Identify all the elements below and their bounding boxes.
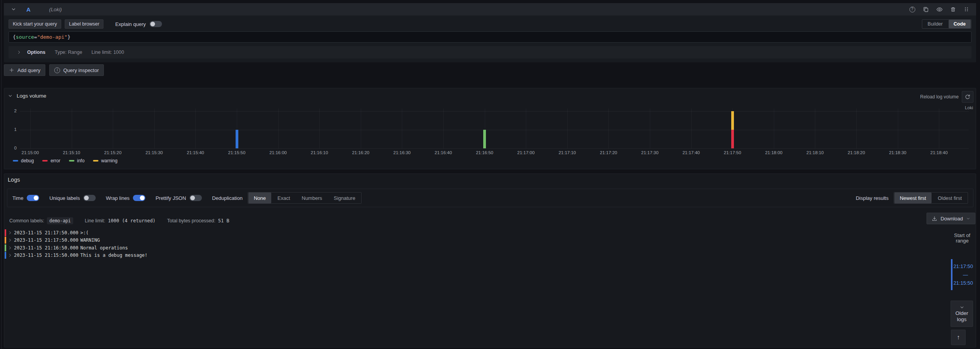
wrap-lines-toggle[interactable] — [133, 195, 145, 201]
label-browser-button[interactable]: Label browser — [65, 19, 104, 29]
x-gridline — [856, 108, 857, 148]
chart-bar-info — [483, 130, 486, 148]
dedup-option-none[interactable]: None — [248, 193, 271, 203]
arrow-up-icon: ↑ — [957, 334, 960, 341]
hide-response-eye-icon[interactable] — [935, 5, 944, 14]
display-results-control: Display results Newest firstOldest first — [856, 192, 968, 204]
log-row-info[interactable]: 2023-11-15 21:16:50.000Normal operations — [5, 244, 945, 252]
line-limit-label: Line limit: — [85, 218, 105, 223]
older-logs-button[interactable]: Older logs — [951, 301, 973, 327]
legend-item-info[interactable]: info — [69, 158, 84, 163]
start-of-range-link[interactable]: Start of range — [951, 233, 973, 244]
log-timestamp: 2023-11-15 21:15:50.000 — [14, 253, 78, 258]
query-row-header[interactable]: A (Loki) ? — [4, 3, 976, 15]
collapse-query-chevron-icon[interactable] — [9, 5, 18, 14]
logql-query-input[interactable]: {source="demo-api"} — [9, 31, 971, 43]
log-level-bar-info — [5, 244, 6, 251]
editor-mode-builder[interactable]: Builder — [923, 20, 948, 28]
log-rows-list: 2023-11-15 21:17:50.000>:(2023-11-15 21:… — [5, 229, 945, 259]
range-separator: — — [963, 272, 968, 278]
x-gridline — [113, 108, 113, 148]
prettify-json-toggle[interactable] — [189, 195, 202, 201]
display-results-label: Display results — [856, 195, 889, 201]
scroll-to-top-button[interactable]: ↑ — [951, 330, 966, 345]
dedup-option-signature[interactable]: Signature — [328, 193, 361, 203]
logs-title: Logs — [8, 177, 20, 183]
x-gridline — [443, 108, 444, 148]
range-to-time: 21:15:50 — [953, 280, 973, 286]
y-gridline — [20, 111, 969, 112]
options-chevron-right-icon[interactable] — [15, 48, 23, 57]
drag-handle-icon[interactable] — [962, 5, 971, 14]
x-axis-tick-label: 21:17:50 — [716, 150, 749, 155]
chevron-down-icon — [966, 217, 970, 221]
query-inspector-button[interactable]: i Query inspector — [49, 64, 104, 76]
remove-query-trash-icon[interactable] — [949, 5, 957, 14]
unique-labels-toggle[interactable] — [83, 195, 96, 201]
x-axis-tick-label: 21:18:00 — [758, 150, 790, 155]
x-gridline — [319, 108, 320, 148]
log-range-indicator[interactable]: 21:17:50 — 21:15:50 — [951, 259, 973, 290]
legend-label: info — [77, 158, 84, 163]
log-expand-chevron-icon[interactable] — [8, 253, 12, 257]
x-axis-tick-label: 21:18:40 — [923, 150, 955, 155]
explore-actions: Add query i Query inspector — [4, 64, 104, 76]
download-button[interactable]: Download — [927, 213, 975, 224]
order-option-oldest-first[interactable]: Oldest first — [932, 193, 967, 203]
query-options-row[interactable]: Options Type: Range Line limit: 1000 — [9, 46, 971, 58]
chevron-down-icon — [959, 305, 964, 310]
range-from-time: 21:17:50 — [953, 263, 973, 269]
log-message: >:( — [80, 230, 89, 236]
log-timestamp: 2023-11-15 21:17:50.000 — [14, 230, 78, 236]
log-row-error[interactable]: 2023-11-15 21:17:50.000>:( — [5, 229, 945, 237]
x-axis-tick-label: 21:15:10 — [55, 150, 88, 155]
y-gridline — [20, 130, 969, 130]
query-token-label: source — [16, 34, 34, 40]
x-axis-tick-label: 21:18:30 — [882, 150, 914, 155]
legend-item-error[interactable]: error — [42, 158, 60, 163]
x-axis-tick-label: 21:15:30 — [138, 150, 171, 155]
y-gridline — [20, 148, 969, 149]
log-row-warning[interactable]: 2023-11-15 21:17:50.000WARNING — [5, 237, 945, 244]
add-query-button[interactable]: Add query — [4, 64, 45, 76]
legend-label: error — [50, 158, 60, 163]
x-gridline — [154, 108, 155, 148]
dedup-option-exact[interactable]: Exact — [272, 193, 296, 203]
query-toolbar: Kick start your query Label browser Expl… — [9, 19, 971, 29]
chart-bar-error — [731, 130, 734, 148]
legend-item-debug[interactable]: debug — [13, 158, 34, 163]
older-logs-label: Older logs — [953, 310, 970, 323]
y-axis-tick-label: 2 — [8, 108, 17, 113]
options-line-limit: Line limit: 1000 — [91, 50, 124, 55]
legend-item-warning[interactable]: warning — [93, 158, 117, 163]
dedup-option-numbers[interactable]: Numbers — [296, 193, 328, 203]
query-header-actions: ? — [908, 5, 971, 14]
explain-query-label: Explain query — [115, 21, 146, 27]
x-axis-tick-label: 21:16:20 — [344, 150, 377, 155]
chart-legend: debugerrorinfowarning — [13, 158, 117, 163]
unique-labels-toggle-label: Unique labels — [49, 195, 80, 201]
editor-mode-group: Builder Code — [922, 19, 971, 29]
help-icon[interactable]: ? — [908, 5, 916, 14]
log-row-debug[interactable]: 2023-11-15 21:15:50.000This is a debug m… — [5, 252, 945, 260]
log-expand-chevron-icon[interactable] — [8, 231, 12, 235]
deduplication-label: Deduplication — [212, 195, 243, 201]
log-expand-chevron-icon[interactable] — [8, 246, 12, 250]
x-gridline — [939, 108, 939, 148]
duplicate-query-icon[interactable] — [921, 5, 930, 14]
explain-query-toggle[interactable] — [150, 21, 162, 27]
x-gridline — [898, 108, 898, 148]
total-bytes-label: Total bytes processed: — [167, 218, 215, 223]
log-expand-chevron-icon[interactable] — [8, 238, 12, 242]
time-toggle[interactable] — [27, 195, 39, 201]
log-message: WARNING — [80, 237, 100, 243]
x-gridline — [650, 108, 650, 148]
order-option-newest-first[interactable]: Newest first — [894, 193, 932, 203]
x-axis-tick-label: 21:17:30 — [634, 150, 666, 155]
kick-start-query-button[interactable]: Kick start your query — [9, 19, 61, 29]
x-gridline — [691, 108, 692, 148]
chart-bar-warning — [731, 111, 734, 130]
x-axis-tick-label: 21:16:30 — [386, 150, 418, 155]
editor-mode-code[interactable]: Code — [949, 20, 971, 28]
legend-swatch-info — [69, 160, 74, 162]
